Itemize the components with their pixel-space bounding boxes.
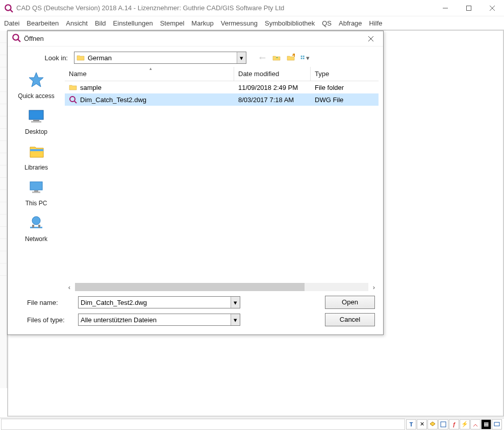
titlebar: CAD QS (Deutsche Version) 2018 A.14 - Li…: [0, 0, 504, 16]
menu-symbolbibliothek[interactable]: Symbolbibliothek: [265, 19, 315, 27]
up-folder-icon[interactable]: [272, 53, 281, 62]
svg-line-7: [18, 39, 20, 42]
svg-rect-16: [33, 120, 39, 121]
svg-marker-28: [430, 422, 435, 426]
svg-rect-13: [303, 56, 305, 57]
status-text: [1, 419, 405, 430]
view-menu-icon[interactable]: ▾: [300, 53, 310, 62]
minimize-button[interactable]: [434, 0, 457, 16]
status-refresh-icon[interactable]: ƒ: [449, 419, 459, 429]
horizontal-scrollbar[interactable]: ‹ ›: [65, 282, 379, 292]
status-snap-icon[interactable]: [470, 419, 481, 429]
status-close-icon[interactable]: ✕: [417, 419, 427, 429]
svg-line-27: [74, 101, 77, 103]
col-type[interactable]: Type: [311, 67, 379, 81]
file-row[interactable]: Dim_Catch_Test2.dwg 8/03/2017 7:18 AM DW…: [65, 93, 379, 106]
menu-hilfe[interactable]: Hilfe: [369, 19, 383, 27]
status-text-icon[interactable]: T: [406, 419, 416, 429]
svg-text:✱: ✱: [292, 54, 295, 58]
svg-rect-20: [34, 190, 38, 192]
menu-ansicht[interactable]: Ansicht: [66, 19, 88, 27]
statusbar: T ✕ ƒ ⚡ ▦: [0, 418, 504, 430]
status-layer-icon[interactable]: [427, 419, 438, 429]
filetype-label: Files of type:: [13, 316, 70, 324]
menu-bild[interactable]: Bild: [95, 19, 106, 27]
svg-point-26: [70, 97, 75, 102]
dialog-title: Öffnen: [24, 35, 44, 42]
status-screen-icon[interactable]: [492, 419, 502, 429]
filetype-field[interactable]: Alle unterstützten Dateien ▾: [78, 314, 240, 326]
place-libraries[interactable]: Libraries: [24, 141, 48, 171]
star-icon: [26, 70, 47, 91]
menu-stempel[interactable]: Stempel: [160, 19, 185, 27]
scroll-right-icon[interactable]: ›: [369, 282, 379, 292]
svg-point-0: [5, 5, 11, 10]
new-folder-icon[interactable]: ✱: [286, 53, 295, 62]
svg-rect-17: [31, 121, 41, 123]
place-network[interactable]: Network: [25, 213, 47, 243]
dwg-file-icon: [69, 95, 77, 104]
filename-field[interactable]: Dim_Catch_Test2.dwg ▾: [78, 296, 240, 308]
open-button[interactable]: Open: [325, 296, 375, 309]
svg-rect-18: [30, 149, 43, 151]
svg-rect-21: [32, 192, 40, 193]
menu-qs[interactable]: QS: [322, 19, 332, 27]
app-icon: [4, 4, 13, 13]
maximize-button[interactable]: [457, 0, 481, 16]
file-header: Name ▴ Date modified Type: [65, 67, 379, 81]
lookin-select[interactable]: German ▾: [74, 52, 246, 64]
lookin-label: Look in:: [13, 54, 71, 62]
svg-rect-29: [441, 422, 446, 427]
svg-rect-15: [29, 110, 43, 120]
dialog-close-button[interactable]: [362, 33, 380, 45]
place-this-pc[interactable]: This PC: [26, 177, 47, 207]
col-date[interactable]: Date modified: [234, 67, 311, 81]
scroll-left-icon[interactable]: ‹: [65, 282, 74, 292]
menu-bearbeiten[interactable]: Bearbeiten: [27, 19, 59, 27]
cancel-button[interactable]: Cancel: [325, 313, 375, 326]
svg-rect-14: [303, 58, 305, 59]
svg-rect-19: [30, 182, 42, 190]
svg-rect-12: [301, 58, 303, 59]
pc-icon: [26, 177, 47, 199]
svg-rect-30: [494, 422, 499, 426]
svg-rect-3: [467, 6, 471, 10]
desktop-icon: [26, 106, 47, 127]
menubar: Datei Bearbeiten Ansicht Bild Einstellun…: [0, 16, 504, 30]
back-icon[interactable]: 🡐: [258, 53, 267, 62]
status-grid-icon[interactable]: ▦: [481, 419, 491, 429]
filename-label: File name:: [13, 299, 70, 306]
lookin-value: German: [88, 54, 112, 62]
svg-rect-23: [30, 227, 42, 228]
libraries-icon: [26, 141, 47, 163]
dropdown-icon[interactable]: ▾: [231, 297, 240, 308]
menu-vermessung[interactable]: Vermessung: [221, 19, 258, 27]
status-window-icon[interactable]: [438, 419, 448, 429]
svg-line-1: [10, 10, 13, 12]
menu-markup[interactable]: Markup: [191, 19, 213, 27]
sort-asc-icon: ▴: [149, 66, 152, 71]
file-row[interactable]: sample 11/09/2018 2:49 PM File folder: [65, 81, 379, 93]
dropdown-icon[interactable]: ▾: [237, 52, 246, 63]
dialog-icon: [12, 33, 21, 44]
svg-point-6: [13, 34, 18, 40]
places-bar: Quick access Desktop Libraries This PC: [8, 67, 65, 292]
status-bolt-icon[interactable]: ⚡: [460, 419, 470, 429]
menu-datei[interactable]: Datei: [4, 19, 19, 27]
dropdown-icon[interactable]: ▾: [231, 314, 240, 325]
app-title: CAD QS (Deutsche Version) 2018 A.14 - Li…: [16, 4, 284, 12]
close-button[interactable]: [481, 0, 504, 16]
svg-point-22: [32, 217, 40, 225]
left-toolstrip: [0, 31, 7, 388]
open-dialog: Öffnen Look in: German ▾ 🡐 ✱ ▾: [7, 31, 384, 335]
svg-rect-11: [301, 56, 303, 57]
folder-icon: [69, 83, 77, 91]
col-name[interactable]: Name ▴: [65, 67, 234, 81]
place-quick-access[interactable]: Quick access: [18, 70, 54, 100]
file-list: Name ▴ Date modified Type sample 11/09/2…: [65, 67, 383, 292]
menu-einstellungen[interactable]: Einstellungen: [113, 19, 153, 27]
place-desktop[interactable]: Desktop: [25, 106, 47, 135]
network-icon: [26, 213, 47, 234]
menu-abfrage[interactable]: Abfrage: [339, 19, 362, 27]
folder-icon: [77, 54, 85, 62]
